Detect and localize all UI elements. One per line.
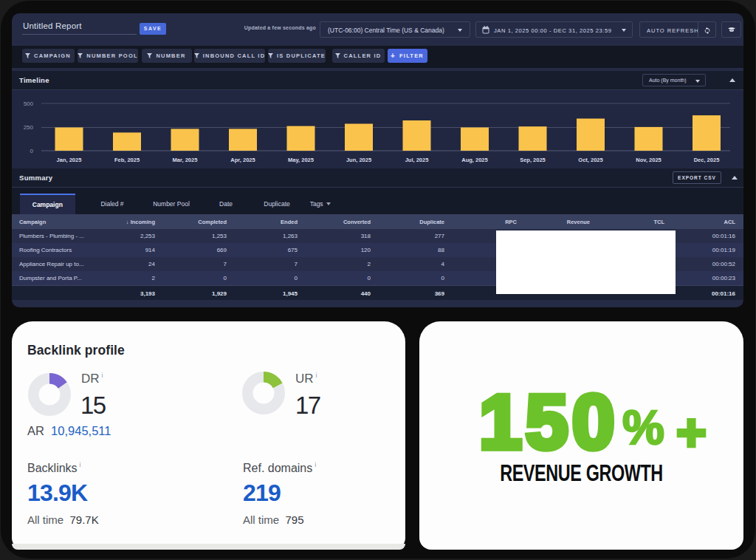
svg-text:250: 250: [24, 124, 34, 131]
svg-text:Feb, 2025: Feb, 2025: [114, 157, 140, 163]
svg-text:Oct, 2025: Oct, 2025: [578, 157, 602, 163]
svg-text:500: 500: [24, 100, 34, 107]
svg-text:Aug, 2025: Aug, 2025: [461, 157, 487, 163]
svg-text:May, 2025: May, 2025: [288, 157, 314, 163]
svg-text:Jun, 2025: Jun, 2025: [346, 157, 371, 163]
svg-text:0: 0: [30, 148, 34, 154]
svg-text:Dec, 2025: Dec, 2025: [694, 157, 720, 163]
svg-text:Sep, 2025: Sep, 2025: [520, 157, 546, 163]
svg-text:Jan, 2025: Jan, 2025: [57, 157, 82, 163]
svg-text:Nov, 2025: Nov, 2025: [636, 157, 661, 163]
svg-text:Jul, 2025: Jul, 2025: [405, 157, 429, 163]
svg-text:Mar, 2025: Mar, 2025: [173, 157, 198, 163]
svg-text:Apr, 2025: Apr, 2025: [230, 157, 255, 163]
